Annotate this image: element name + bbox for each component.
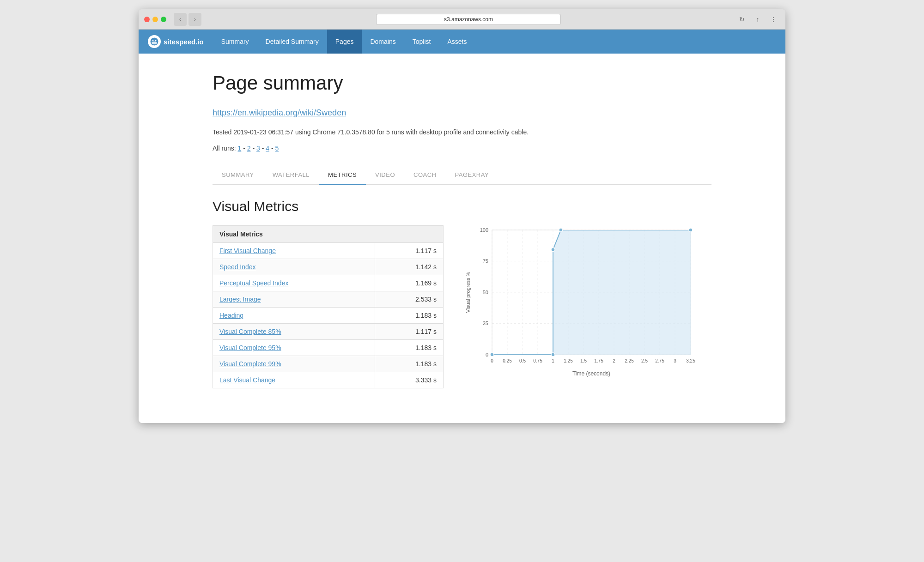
chart-svg-wrapper: 100 75 50 25 0 0 0.25 0.5 0.75 1 1.25: [457, 225, 711, 384]
traffic-lights: [144, 17, 166, 22]
metric-link[interactable]: First Visual Change: [219, 247, 276, 254]
metric-value: 1.117 s: [375, 243, 444, 259]
run-3-link[interactable]: 3: [256, 145, 260, 152]
run-1-link[interactable]: 1: [237, 145, 241, 152]
x-label-25: 2.5: [641, 358, 648, 363]
x-label-125: 1.25: [564, 358, 573, 363]
x-label-175: 1.75: [594, 358, 603, 363]
minimize-button[interactable]: [152, 17, 158, 22]
x-label-325: 3.25: [686, 358, 695, 363]
chart-point-1: [551, 353, 555, 357]
x-label-075: 0.75: [533, 358, 542, 363]
tab-video[interactable]: VIDEO: [366, 166, 404, 185]
all-runs: All runs: 1 - 2 - 3 - 4 - 5: [213, 145, 711, 152]
run-5-link[interactable]: 5: [275, 145, 279, 152]
y-label-25: 25: [483, 320, 488, 326]
tab-pagexray[interactable]: PAGEXRAY: [446, 166, 498, 185]
chart-point-3: [559, 228, 563, 232]
table-row: Speed Index1.142 s: [213, 259, 444, 275]
tab-coach[interactable]: COACH: [404, 166, 445, 185]
browser-window: ‹ › s3.amazonaws.com ↻ ↑ ⋮ sitespeed.io: [139, 9, 785, 423]
metric-label: Visual Complete 95%: [213, 340, 375, 356]
refresh-button[interactable]: ↻: [736, 13, 748, 26]
table-row: Last Visual Change3.333 s: [213, 372, 444, 388]
table-row: Visual Complete 99%1.183 s: [213, 356, 444, 372]
metric-label: Visual Complete 85%: [213, 324, 375, 340]
metrics-table-container: Visual Metrics First Visual Change1.117 …: [213, 225, 444, 388]
metric-value: 1.142 s: [375, 259, 444, 275]
maximize-button[interactable]: [161, 17, 166, 22]
metric-value: 2.533 s: [375, 291, 444, 308]
nav-item-toplist[interactable]: Toplist: [404, 30, 439, 54]
tab-metrics[interactable]: METRICS: [319, 166, 366, 185]
visual-metrics-title: Visual Metrics: [213, 199, 711, 214]
tab-summary[interactable]: SUMMARY: [213, 166, 263, 185]
visual-progress-chart: 100 75 50 25 0 0 0.25 0.5 0.75 1 1.25: [457, 225, 711, 382]
tabs-container: SUMMARY WATERFALL METRICS VIDEO COACH PA…: [213, 166, 711, 185]
metric-link[interactable]: Visual Complete 99%: [219, 360, 281, 368]
table-row: Visual Complete 85%1.117 s: [213, 324, 444, 340]
metrics-table: Visual Metrics First Visual Change1.117 …: [213, 225, 444, 388]
x-label-275: 2.75: [655, 358, 664, 363]
nav-logo[interactable]: sitespeed.io: [148, 35, 204, 48]
metric-link[interactable]: Largest Image: [219, 296, 261, 303]
metric-value: 1.183 s: [375, 356, 444, 372]
nav-item-domains[interactable]: Domains: [362, 30, 404, 54]
metric-value: 1.169 s: [375, 275, 444, 291]
metric-value: 1.183 s: [375, 308, 444, 324]
run-2-link[interactable]: 2: [247, 145, 251, 152]
share-button[interactable]: ↑: [751, 13, 764, 26]
nav-item-pages[interactable]: Pages: [327, 30, 362, 54]
tab-waterfall[interactable]: WATERFALL: [263, 166, 319, 185]
all-runs-label: All runs:: [213, 145, 236, 152]
close-button[interactable]: [144, 17, 150, 22]
navbar: sitespeed.io Summary Detailed Summary Pa…: [139, 30, 785, 54]
page-url[interactable]: https://en.wikipedia.org/wiki/Sweden: [213, 108, 346, 118]
logo-icon: [148, 35, 161, 48]
metric-link[interactable]: Visual Complete 85%: [219, 328, 281, 335]
x-label-225: 2.25: [625, 358, 634, 363]
metric-link[interactable]: Speed Index: [219, 263, 256, 271]
svg-point-3: [155, 40, 157, 42]
address-bar[interactable]: s3.amazonaws.com: [376, 14, 561, 25]
menu-button[interactable]: ⋮: [767, 13, 780, 26]
metric-value: 3.333 s: [375, 372, 444, 388]
metric-link[interactable]: Perceptual Speed Index: [219, 279, 288, 287]
table-row: Largest Image2.533 s: [213, 291, 444, 308]
metric-label: Heading: [213, 308, 375, 324]
table-row: Visual Complete 95%1.183 s: [213, 340, 444, 356]
metric-link[interactable]: Visual Complete 95%: [219, 344, 281, 351]
svg-point-1: [152, 42, 157, 44]
x-label-025: 0.25: [503, 358, 512, 363]
nav-item-summary[interactable]: Summary: [213, 30, 257, 54]
run-4-link[interactable]: 4: [266, 145, 269, 152]
table-header: Visual Metrics: [213, 226, 444, 243]
y-label-100: 100: [480, 227, 488, 233]
address-bar-container: s3.amazonaws.com: [205, 14, 732, 25]
metric-link[interactable]: Last Visual Change: [219, 376, 275, 384]
content-wrapper: Page summary https://en.wikipedia.org/wi…: [185, 54, 739, 416]
nav-item-detailed-summary[interactable]: Detailed Summary: [257, 30, 327, 54]
metric-label: First Visual Change: [213, 243, 375, 259]
x-label-15: 1.5: [580, 358, 587, 363]
metric-label: Speed Index: [213, 259, 375, 275]
x-label-0: 0: [491, 358, 493, 363]
x-label-3: 3: [674, 358, 676, 363]
nav-item-assets[interactable]: Assets: [439, 30, 475, 54]
svg-point-2: [152, 40, 154, 42]
nav-items: Summary Detailed Summary Pages Domains T…: [213, 30, 475, 54]
back-button[interactable]: ‹: [174, 13, 187, 26]
metric-label: Last Visual Change: [213, 372, 375, 388]
x-label-2: 2: [613, 358, 615, 363]
forward-button[interactable]: ›: [188, 13, 201, 26]
metric-label: Perceptual Speed Index: [213, 275, 375, 291]
chart-point-0: [490, 353, 494, 357]
page-title: Page summary: [213, 72, 711, 94]
metric-label: Largest Image: [213, 291, 375, 308]
browser-titlebar: ‹ › s3.amazonaws.com ↻ ↑ ⋮: [139, 9, 785, 30]
metric-link[interactable]: Heading: [219, 312, 243, 319]
chart-container: 100 75 50 25 0 0 0.25 0.5 0.75 1 1.25: [457, 225, 711, 384]
page-description: Tested 2019-01-23 06:31:57 using Chrome …: [213, 127, 711, 137]
metric-label: Visual Complete 99%: [213, 356, 375, 372]
browser-content: Page summary https://en.wikipedia.org/wi…: [139, 54, 785, 423]
